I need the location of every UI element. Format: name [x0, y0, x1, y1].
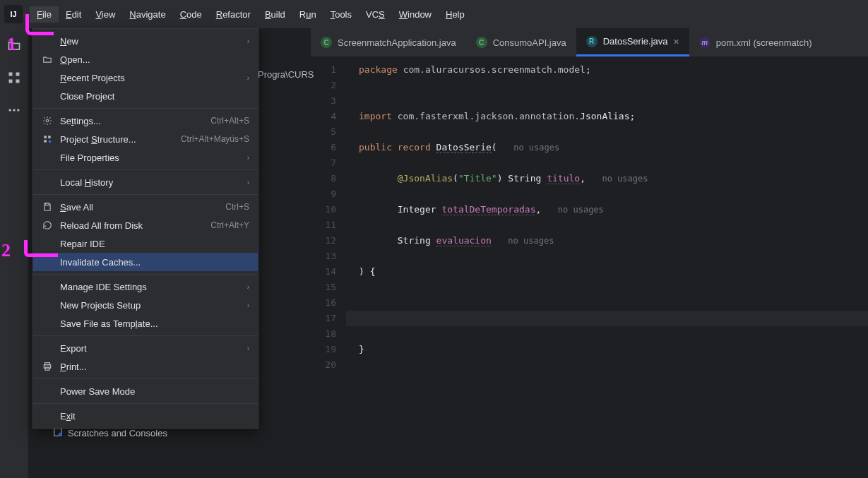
- menu-item-label: Save File as Template...: [60, 318, 249, 329]
- code-line[interactable]: ) {: [346, 264, 868, 280]
- code-line[interactable]: [346, 357, 868, 373]
- code-line[interactable]: [346, 124, 868, 140]
- menu-vcs[interactable]: VCS: [359, 6, 392, 23]
- menu-item-shortcut: Ctrl+Alt+Y: [210, 220, 249, 230]
- close-icon[interactable]: ×: [674, 36, 679, 47]
- code-line[interactable]: [346, 186, 868, 202]
- code-line[interactable]: [346, 217, 868, 233]
- menu-item-label: Manage IDE Settings: [60, 282, 240, 292]
- file-menu-reload-all-from-disk[interactable]: Reload All from DiskCtrl+Alt+Y: [33, 216, 258, 234]
- menubar: IJ FileEditViewNavigateCodeRefactorBuild…: [0, 0, 868, 28]
- menu-refactor[interactable]: Refactor: [209, 6, 258, 23]
- line-number: 8: [311, 171, 336, 186]
- menu-item-label: Repair IDE: [60, 239, 249, 249]
- file-menu-recent-projects[interactable]: Recent Projects›: [33, 68, 258, 87]
- code-line[interactable]: Integer totalDeTemporadas, no usages: [346, 202, 868, 217]
- tab-screenmatchapplication-java[interactable]: CScreenmatchApplication.java: [311, 28, 466, 56]
- file-menu-manage-ide-settings[interactable]: Manage IDE Settings›: [33, 277, 258, 296]
- line-number: 1: [311, 62, 336, 78]
- code-line[interactable]: [346, 155, 868, 171]
- menu-item-shortcut: Ctrl+Alt+S: [210, 116, 249, 126]
- code-editor[interactable]: 1234567891011121314151617181920 package …: [311, 56, 868, 478]
- file-menu-invalidate-caches[interactable]: Invalidate Caches...: [33, 253, 258, 271]
- tree-item-label: Scratches and Consoles: [68, 428, 167, 438]
- menu-item-label: Invalidate Caches...: [60, 257, 249, 268]
- line-number: 11: [311, 217, 336, 233]
- xml-file-icon: m: [699, 37, 711, 48]
- tab-label: ScreenmatchApplication.java: [338, 37, 456, 48]
- menu-edit[interactable]: Edit: [59, 6, 88, 23]
- menu-item-label: Exit: [60, 411, 249, 422]
- line-number: 6: [311, 140, 336, 155]
- tool-rail: [0, 28, 28, 478]
- code-line[interactable]: String evaluacion no usages: [346, 233, 868, 249]
- file-menu-dropdown: New›Open...Recent Projects›Close Project…: [32, 28, 258, 429]
- code-line[interactable]: import com.fasterxml.jackson.annotation.…: [346, 109, 868, 124]
- menu-build[interactable]: Build: [258, 6, 292, 23]
- line-number: 15: [311, 280, 336, 295]
- ide-logo: IJ: [4, 5, 23, 23]
- editor-tabs: CScreenmatchApplication.javaCConsumoAPI.…: [311, 28, 868, 56]
- file-menu-local-history[interactable]: Local History›: [33, 173, 258, 191]
- menu-item-label: Export: [60, 343, 240, 354]
- tab-label: pom.xml (screenmatch): [716, 37, 812, 48]
- file-menu-print[interactable]: Print...: [33, 357, 258, 376]
- project-icon[interactable]: [7, 38, 21, 52]
- file-menu-power-save-mode[interactable]: Power Save Mode: [33, 382, 258, 400]
- file-menu-repair-ide[interactable]: Repair IDE: [33, 234, 258, 253]
- menu-file[interactable]: File: [30, 6, 59, 23]
- svg-point-8: [59, 433, 62, 436]
- code-line[interactable]: package com.aluracursos.screenmatch.mode…: [346, 62, 868, 78]
- gutter: 1234567891011121314151617181920: [311, 56, 346, 478]
- file-menu-project-structure[interactable]: Project Structure...Ctrl+Alt+Mayús+S: [33, 130, 258, 148]
- file-menu-file-properties[interactable]: File Properties›: [33, 148, 258, 167]
- menu-run[interactable]: Run: [292, 6, 323, 23]
- struct-icon: [42, 134, 53, 144]
- code-line[interactable]: [346, 311, 868, 326]
- code-line[interactable]: @JsonAlias("Title") String titulo, no us…: [346, 171, 868, 186]
- file-menu-close-project[interactable]: Close Project: [33, 87, 258, 105]
- file-menu-save-file-as-template[interactable]: Save File as Template...: [33, 314, 258, 333]
- tab-pom-xml-screenmatch[interactable]: mpom.xml (screenmatch): [689, 28, 822, 56]
- chevron-right-icon: ›: [247, 345, 249, 352]
- menu-tools[interactable]: Tools: [323, 6, 359, 23]
- line-number: 18: [311, 326, 336, 342]
- svg-rect-3: [16, 80, 20, 83]
- more-icon[interactable]: [7, 103, 21, 117]
- code-line[interactable]: [346, 249, 868, 264]
- menu-code[interactable]: Code: [173, 6, 209, 23]
- print-icon: [42, 362, 53, 371]
- code-line[interactable]: [346, 295, 868, 311]
- file-menu-settings[interactable]: Settings...Ctrl+Alt+S: [33, 112, 258, 130]
- structure-icon[interactable]: [7, 71, 21, 85]
- menu-item-label: Project Structure...: [60, 134, 174, 145]
- tab-consumoapi-java[interactable]: CConsumoAPI.java: [466, 28, 576, 56]
- menu-window[interactable]: Window: [392, 6, 439, 23]
- file-menu-save-all[interactable]: Save AllCtrl+S: [33, 198, 258, 216]
- chevron-right-icon: ›: [247, 301, 249, 309]
- menu-navigate[interactable]: Navigate: [122, 6, 172, 23]
- tab-datosserie-java[interactable]: RDatosSerie.java×: [576, 28, 689, 56]
- menu-view[interactable]: View: [88, 6, 122, 23]
- code-content[interactable]: package com.aluracursos.screenmatch.mode…: [346, 56, 868, 478]
- file-menu-export[interactable]: Export›: [33, 339, 258, 357]
- file-menu-open[interactable]: Open...: [33, 50, 258, 68]
- file-menu-new-projects-setup[interactable]: New Projects Setup›: [33, 296, 258, 314]
- code-line[interactable]: [346, 326, 868, 342]
- menu-item-shortcut: Ctrl+Alt+Mayús+S: [181, 134, 249, 144]
- code-line[interactable]: [346, 78, 868, 93]
- svg-point-5: [13, 109, 15, 111]
- line-number: 5: [311, 124, 336, 140]
- code-line[interactable]: [346, 280, 868, 295]
- chevron-right-icon: ›: [247, 37, 249, 45]
- code-line[interactable]: public record DatosSerie( no usages: [346, 140, 868, 155]
- menu-help[interactable]: Help: [439, 6, 472, 23]
- code-line[interactable]: }: [346, 342, 868, 357]
- svg-rect-1: [16, 73, 20, 76]
- svg-rect-14: [46, 203, 49, 205]
- file-menu-exit[interactable]: Exit: [33, 407, 258, 425]
- folder-icon: [42, 54, 53, 64]
- code-line[interactable]: [346, 93, 868, 109]
- line-number: 4: [311, 109, 336, 124]
- file-menu-new[interactable]: New›: [33, 32, 258, 50]
